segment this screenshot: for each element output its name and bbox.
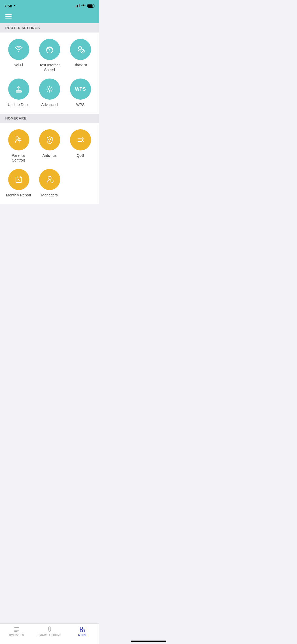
qos-icon <box>75 135 86 145</box>
signal-icon <box>75 4 79 7</box>
test-speed-icon-circle <box>39 39 60 60</box>
wifi-item[interactable]: Wi-Fi <box>6 39 32 72</box>
svg-rect-2 <box>88 4 93 7</box>
homecare-header: HOMECARE <box>0 114 99 123</box>
app-header <box>0 12 99 23</box>
parental-icon <box>13 135 24 145</box>
wifi-label: Wi-Fi <box>14 63 23 67</box>
svg-point-6 <box>49 49 50 50</box>
wps-label: WPS <box>76 102 85 107</box>
blacklist-icon-circle <box>70 39 91 60</box>
antivirus-item[interactable]: Antivirus <box>36 129 63 163</box>
svg-point-7 <box>78 46 82 49</box>
svg-point-0 <box>83 7 84 7</box>
monthly-report-label: Monthly Report <box>6 193 31 197</box>
blacklist-label: Blacklist <box>74 63 87 67</box>
svg-rect-11 <box>16 91 21 92</box>
antivirus-icon <box>44 135 55 145</box>
homecare-grid: Parental Controls Antivirus <box>0 123 99 204</box>
router-settings-grid: Wi-Fi Test Internet Speed <box>0 33 99 114</box>
advanced-icon-circle <box>39 79 60 100</box>
router-icon-grid: Wi-Fi Test Internet Speed <box>4 39 95 107</box>
update-deco-item[interactable]: Update Deco <box>6 79 32 107</box>
managers-label: Managers <box>41 193 58 197</box>
wifi-icon <box>13 44 24 55</box>
update-deco-label: Update Deco <box>8 102 30 107</box>
managers-icon-circle <box>39 169 60 190</box>
parental-controls-label: Parental Controls <box>6 153 32 163</box>
status-time: 7:58 <box>4 4 16 8</box>
time-display: 7:58 <box>4 4 12 8</box>
monthly-report-item[interactable]: Monthly Report <box>6 169 32 197</box>
menu-button[interactable] <box>5 14 94 19</box>
antivirus-label: Antivirus <box>43 153 57 158</box>
advanced-item[interactable]: Advanced <box>36 79 63 107</box>
managers-icon <box>44 174 55 185</box>
wps-text: WPS <box>75 86 86 92</box>
managers-item[interactable]: Managers <box>36 169 63 197</box>
svg-line-9 <box>81 50 84 53</box>
wps-item[interactable]: WPS WPS <box>67 79 94 107</box>
wifi-status-icon <box>81 4 86 7</box>
wifi-icon-circle <box>8 39 29 60</box>
test-speed-label: Test Internet Speed <box>36 63 63 72</box>
blacklist-icon <box>75 44 86 55</box>
svg-point-23 <box>48 176 51 180</box>
antivirus-icon-circle <box>39 129 60 150</box>
advanced-label: Advanced <box>41 102 58 107</box>
wps-icon-circle: WPS <box>70 79 91 100</box>
upload-icon <box>13 84 24 94</box>
homecare-icon-grid: Parental Controls Antivirus <box>4 129 95 198</box>
status-icons <box>75 4 95 8</box>
blacklist-item[interactable]: Blacklist <box>67 39 94 72</box>
qos-item[interactable]: QoS <box>67 129 94 163</box>
parental-controls-icon-circle <box>8 129 29 150</box>
status-bar: 7:58 <box>0 0 99 12</box>
qos-icon-circle <box>70 129 91 150</box>
test-speed-item[interactable]: Test Internet Speed <box>36 39 63 72</box>
location-icon <box>13 4 16 7</box>
svg-point-14 <box>16 137 18 139</box>
svg-point-13 <box>48 88 51 90</box>
router-settings-title: ROUTER SETTINGS <box>5 26 94 30</box>
monthly-report-icon <box>13 174 24 185</box>
speedometer-icon <box>44 44 55 55</box>
monthly-report-icon-circle <box>8 169 29 190</box>
parental-controls-item[interactable]: Parental Controls <box>6 129 32 163</box>
svg-point-3 <box>18 51 19 52</box>
update-deco-icon-circle <box>8 79 29 100</box>
battery-icon <box>87 4 95 8</box>
main-content: ROUTER SETTINGS Wi-Fi <box>0 23 99 225</box>
qos-label: QoS <box>77 153 84 158</box>
gear-icon <box>44 84 55 94</box>
router-settings-header: ROUTER SETTINGS <box>0 23 99 33</box>
homecare-title: HOMECARE <box>5 116 94 120</box>
